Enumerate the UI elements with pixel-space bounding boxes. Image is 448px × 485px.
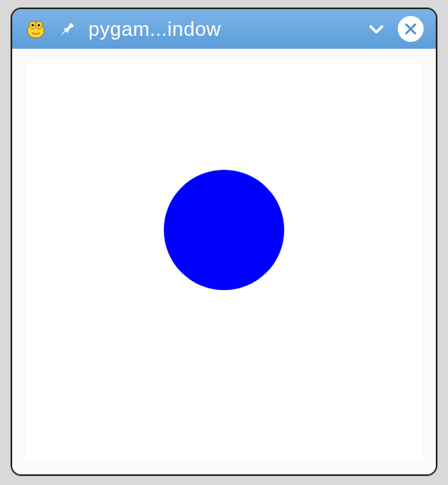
close-button[interactable] <box>398 16 424 42</box>
content-area <box>12 49 436 474</box>
close-icon <box>403 21 418 37</box>
titlebar[interactable]: pygam...indow <box>12 9 436 49</box>
pin-icon[interactable] <box>58 19 78 39</box>
app-window: pygam...indow <box>11 8 437 476</box>
drawn-circle <box>164 170 284 290</box>
pygame-app-icon <box>24 18 47 40</box>
pygame-canvas[interactable] <box>26 62 422 461</box>
svg-point-4 <box>37 24 40 26</box>
window-title: pygam...indow <box>88 18 355 41</box>
svg-point-3 <box>31 24 34 26</box>
chevron-down-icon[interactable] <box>366 18 387 40</box>
